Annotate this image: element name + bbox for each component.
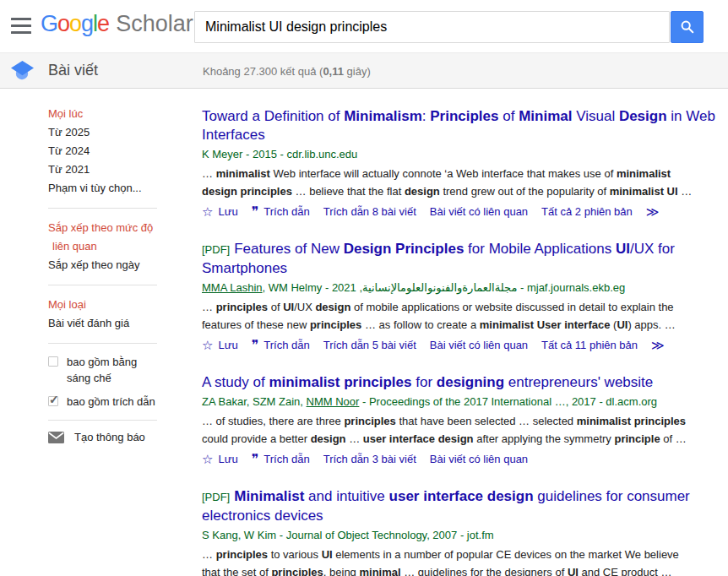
scholar-logo-text: Scholar <box>116 11 193 36</box>
text-segment: , being <box>323 566 360 576</box>
text-segment: Principles <box>430 108 498 124</box>
stats-suffix: giây) <box>344 65 371 78</box>
versions-link[interactable]: Tất cả 11 phiên bản <box>541 339 638 351</box>
text-segment: principle <box>614 432 660 445</box>
text-segment: principles <box>216 548 268 561</box>
text-segment: of … <box>660 432 687 445</box>
text-segment: user interface design <box>389 488 534 504</box>
google-logo-text: Google <box>41 11 109 36</box>
sidebar-item-since-2025[interactable]: Từ 2025 <box>48 123 166 142</box>
result-title[interactable]: Toward a Definition of Minimalism: Princ… <box>202 107 722 144</box>
text-segment: minimal <box>359 566 400 576</box>
author-link[interactable]: MMA Lashin <box>202 281 263 294</box>
save-button[interactable]: ☆Lưu <box>202 339 238 351</box>
text-segment: minimalist principles <box>577 415 686 427</box>
text-segment: entrepreneurs' website <box>504 374 653 390</box>
quote-icon: ❞ <box>252 339 259 352</box>
related-link[interactable]: Bài viết có liên quan <box>430 205 528 218</box>
sidebar-item-custom-range[interactable]: Phạm vi tùy chọn... <box>48 179 166 198</box>
sidebar-item-sort-by-date[interactable]: Sắp xếp theo ngày <box>48 256 166 274</box>
author-link[interactable]: NMM Noor <box>307 395 360 408</box>
text-segment: … <box>678 185 693 198</box>
sidebar-item-any-type[interactable]: Mọi loại <box>48 296 166 314</box>
double-chevron-icon: ≫ <box>651 339 665 351</box>
logo-letter: o <box>57 11 69 36</box>
text-segment: minimalist principles <box>269 374 411 390</box>
create-alert-button[interactable]: Tạo thông báo <box>48 431 166 443</box>
save-button[interactable]: ☆Lưu <box>202 205 238 218</box>
sidebar-item-any-time[interactable]: Mọi lúc <box>48 105 166 123</box>
header: GoogleScholar <box>0 0 728 52</box>
logo-letter: G <box>41 11 57 36</box>
text-segment: of <box>268 301 283 313</box>
text-segment: user interface design <box>363 432 474 445</box>
text-segment: design <box>311 432 346 445</box>
result-title[interactable]: A study of minimalist principles for des… <box>202 373 722 392</box>
cite-button[interactable]: ❞Trích dẫn <box>252 338 310 351</box>
cited-by-link[interactable]: Trích dẫn 8 bài viết <box>323 205 416 218</box>
text-segment: Minimal <box>519 108 572 124</box>
checkbox-row-include-citations[interactable]: bao gồm trích dẫn <box>48 394 166 410</box>
search-button[interactable] <box>671 11 704 43</box>
sidebar-item-review-articles[interactable]: Bài viết đánh giá <box>48 314 166 333</box>
hamburger-icon[interactable] <box>11 18 31 34</box>
cite-button[interactable]: ❞Trích dẫn <box>252 204 310 218</box>
sidebar-item-since-2021[interactable]: Từ 2021 <box>48 160 166 179</box>
text-segment: Toward a Definition of <box>202 108 344 124</box>
text-segment: minimalist UI <box>610 185 678 198</box>
save-button[interactable]: ☆Lưu <box>202 453 238 465</box>
sidebar-item-sort-by-relevance[interactable]: Sắp xếp theo mức độ liên quan <box>48 219 166 256</box>
versions-link[interactable]: Tất cả 2 phiên bản <box>541 205 633 218</box>
scholar-cap-icon <box>11 61 34 80</box>
quote-icon: ❞ <box>252 453 259 466</box>
text-segment: that have been selected … selected <box>396 415 577 427</box>
checkbox-include-patents[interactable] <box>48 356 58 367</box>
envelope-icon <box>48 432 64 443</box>
more-button[interactable]: ≫ <box>646 205 660 218</box>
logo-letter: g <box>81 11 93 36</box>
result-snippet: … principles of UI/UX design of mobile a… <box>202 298 698 334</box>
cited-by-link[interactable]: Trích dẫn 5 bài viết <box>323 339 416 351</box>
double-chevron-icon: ≫ <box>646 205 660 218</box>
checkbox-include-citations[interactable] <box>48 396 58 406</box>
checkbox-row-include-patents[interactable]: bao gồm bằngsáng chế <box>48 354 166 386</box>
result-byline: S Kang, W Kim - Journal of Object Techno… <box>202 528 722 543</box>
text-segment: ZA Bakar, SZM Zain, <box>202 395 307 408</box>
text-segment: design <box>405 185 440 198</box>
sidebar-divider <box>48 285 157 285</box>
pdf-tag: [PDF] <box>202 243 230 256</box>
cite-label: Trích dẫn <box>263 205 309 218</box>
checkbox-label: bao gồm bằngsáng chế <box>67 354 137 386</box>
text-segment: principles <box>271 566 323 576</box>
text-segment: Web interface will actually connote ‘a W… <box>270 167 617 180</box>
text-segment: , WM Helmy - مجلةالعمارةوالفنونوالعلومال… <box>263 281 626 294</box>
text-segment: … <box>202 301 216 313</box>
sidebar-item-since-2024[interactable]: Từ 2024 <box>48 142 166 160</box>
result-title[interactable]: [PDF]Features of New Design Principles f… <box>202 240 722 278</box>
subheader: Bài viết Khoảng 27.300 kết quả (0,11 giâ… <box>0 52 728 89</box>
cited-by-link[interactable]: Trích dẫn 3 bài viết <box>323 453 416 465</box>
save-label: Lưu <box>218 339 237 351</box>
search-icon <box>680 19 695 35</box>
text-segment: after applying the symmetry <box>474 432 615 445</box>
text-segment: Design Principles <box>344 241 465 257</box>
related-link[interactable]: Bài viết có liên quan <box>430 453 528 465</box>
result-byline: K Meyer - 2015 - cdr.lib.unc.edu <box>202 147 722 162</box>
stats-prefix: Khoảng 27.300 kết quả ( <box>203 65 323 78</box>
filters-sidebar: Mọi lúcTừ 2025Từ 2024Từ 2021Phạm vi tùy … <box>48 105 166 443</box>
pdf-tag: [PDF] <box>202 491 230 503</box>
star-icon: ☆ <box>202 339 213 351</box>
search-input[interactable] <box>194 11 670 43</box>
cite-button[interactable]: ❞Trích dẫn <box>252 452 310 465</box>
text-segment: Minimalism <box>344 108 422 124</box>
text-segment: … <box>346 432 363 445</box>
text-segment: Minimalist <box>234 488 304 504</box>
scholar-logo[interactable]: GoogleScholar <box>41 11 193 37</box>
search-result: [PDF]Minimalist and intuitive user inter… <box>202 487 722 576</box>
related-link[interactable]: Bài viết có liên quan <box>430 339 528 351</box>
result-title[interactable]: [PDF]Minimalist and intuitive user inter… <box>202 487 722 525</box>
text-segment: UI <box>616 241 630 257</box>
quote-icon: ❞ <box>252 205 259 219</box>
search-result: [PDF]Features of New Design Principles f… <box>202 240 722 351</box>
more-button[interactable]: ≫ <box>651 339 665 351</box>
